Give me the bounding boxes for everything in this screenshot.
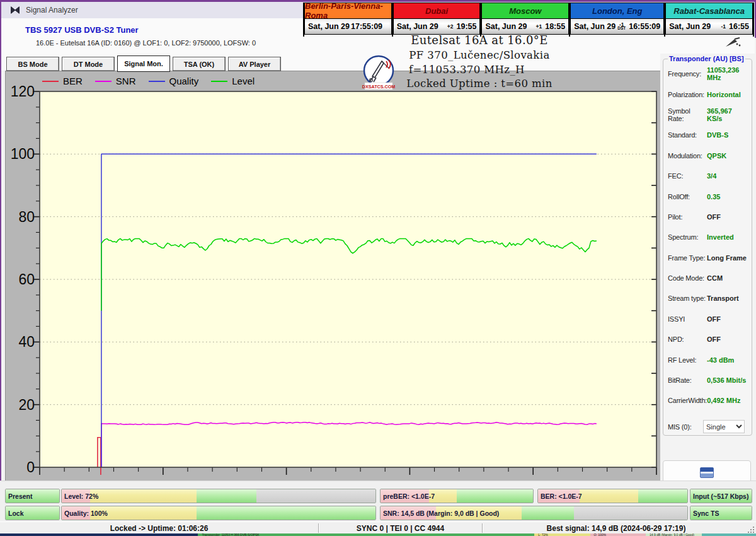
window-title: Signal Analyzer [26, 6, 78, 15]
resize-grip[interactable] [747, 526, 755, 533]
background-window-fragment [0, 533, 198, 536]
status-indicator-bar: Level: 72% [61, 489, 376, 503]
status-indicator-bar: Lock [5, 506, 60, 520]
clock-cell: Rabat-Casablanca Sat, Jun 29 -1 16:55 [664, 3, 754, 37]
clock-time-row: Sat, Jun 29 +2 19:55 [393, 19, 481, 35]
transponder-row-label: Symbol Rate: [668, 107, 707, 122]
clock-time: 17:55:09 [351, 22, 382, 31]
clock-utc-offset: -1DST [616, 23, 627, 30]
window-border-left [0, 0, 1, 533]
transponder-row: CarrierWidth: 0,492 MHz [668, 390, 747, 411]
transponder-row-label: Spectrum: [668, 233, 707, 241]
bar-segment-green [457, 489, 533, 503]
clock-time-row: Sat, Jun 29 +1 18:55 [481, 19, 569, 35]
background-window-fragment [702, 533, 756, 536]
transponder-row-value: Inverted [707, 233, 734, 241]
clock-time: 16:55 [729, 22, 749, 31]
clock-date: Sat, Jun 29 [308, 22, 350, 31]
transponder-row-value: 11053,236 MHz [707, 66, 747, 81]
transponder-row-value: -43 dBm [707, 356, 734, 364]
transponder-row: RF Level: -43 dBm [668, 349, 747, 370]
tab-av-player[interactable]: AV Player [228, 57, 281, 71]
statusbar-best-signal: Best signal: 14,9 dB (2024-06-29 17:19) [483, 522, 750, 534]
clock-city-label: Rabat-Casablanca [665, 3, 753, 19]
transponder-row-label: Frequency: [668, 70, 707, 78]
clock-city-label: Dubai [393, 3, 481, 19]
transponder-row-value: OFF [707, 335, 721, 343]
tuner-lnb-settings: 16.0E - Eutelsat 16A (ID: 0160) @ LOF1: … [36, 39, 256, 47]
status-indicator-label: Quality: 100% [64, 506, 108, 520]
status-indicator-bar: Input (~517 Kbps) [690, 489, 752, 503]
clock-date: Sat, Jun 29 [485, 22, 527, 31]
tab-dt-mode[interactable]: DT Mode [62, 57, 115, 71]
transponder-row-label: BitRate: [668, 376, 707, 384]
clock-date: Sat, Jun 29 [574, 22, 616, 31]
legend-line-swatch [95, 81, 112, 82]
tab-signal-mon-[interactable]: Signal Mon. [117, 55, 170, 72]
legend-label: Level [232, 76, 255, 86]
status-indicator-label: Level: 72% [64, 489, 98, 503]
bar-segment-yellow [90, 489, 197, 503]
transponder-row: Symbol Rate: 365,967 KS/s [668, 105, 747, 125]
mis-row: MIS (0): Single [668, 416, 747, 438]
transponder-panel: Transponder (AU) [BS] Frequency: 11053,2… [660, 54, 755, 536]
statusbar-uptime: Locked -> Uptime: 01:06:26 [0, 522, 318, 534]
transponder-row-label: Standard: [668, 131, 707, 139]
transponder-row: Modulation: QPSK [668, 146, 747, 166]
transponder-row: BitRate: 0,536 Mbit/s [668, 370, 747, 390]
transponder-row-label: Modulation: [668, 152, 707, 160]
bar-segment-yellow [580, 489, 638, 503]
clock-cell: Berlin-Paris-Vienna-Roma Sat, Jun 29 17:… [303, 3, 392, 37]
status-indicator-label: SNR: 14,5 dB (Margin: 9,0 dB | Good) [383, 506, 499, 520]
transponder-row: Polarization: Horizontal [668, 84, 747, 104]
transponder-row-label: RollOff: [668, 193, 707, 201]
bar-segment-green [522, 506, 574, 520]
statusbar-sync-counters: SYNC 0 | TEI 0 | CC 4944 [319, 522, 482, 534]
legend-line-swatch [149, 81, 165, 82]
clock-date: Sat, Jun 29 [669, 22, 711, 31]
transponder-row-label: CarrierWidth: [668, 397, 707, 404]
status-indicator-bar: preBER: <1.0E-7 [380, 489, 534, 503]
legend-item: SNR [95, 76, 136, 86]
background-window-strip: Transponder: 11053 H 366 DVB-S/QPSKL: 72… [0, 533, 756, 536]
background-window-fragment: Transponder: 11053 H 366 DVB-S/QPSK [198, 533, 534, 536]
tuner-name: TBS 5927 USB DVB-S2 Tuner [25, 25, 139, 35]
signal-analyzer-window: Signal Analyzer Berlin-Paris-Vienna-Roma… [0, 0, 756, 536]
transponder-row: Frame Type: Long Frame [668, 248, 747, 268]
transponder-row: ISSYI OFF [668, 309, 747, 329]
bar-segment-gray [574, 506, 687, 520]
signal-chart-panel: BER SNR Quality Level 020406080100120 [5, 71, 662, 482]
status-indicator-bar: BER: <1.0E-7 [537, 489, 688, 503]
save-icon [700, 467, 714, 478]
legend-label: BER [63, 76, 83, 86]
status-indicator-bar: Present [5, 489, 60, 503]
transponder-row-label: RF Level: [668, 356, 707, 364]
transponder-row-value: Horizontal [707, 91, 741, 98]
background-window-fragment: Q: 100% [590, 533, 646, 536]
transponder-row: RollOff: 0.35 [668, 186, 747, 206]
clock-time: 18:55 [545, 22, 565, 31]
legend-line-swatch [211, 81, 227, 82]
transponder-row-value: 3/4 [707, 172, 716, 180]
legend-item: BER [42, 76, 83, 86]
tab-bs-mode[interactable]: BS Mode [6, 57, 59, 71]
mis-select[interactable]: Single [703, 420, 745, 433]
clock-city-label: London, Eng [570, 3, 664, 19]
world-clocks-panel: Berlin-Paris-Vienna-Roma Sat, Jun 29 17:… [303, 3, 754, 37]
chart-legend: BER SNR Quality Level [42, 76, 267, 86]
transponder-row-label: Pilot: [668, 213, 707, 221]
transponder-row-value: Transport [707, 294, 739, 302]
transponder-row-label: Code Mode: [668, 274, 707, 282]
transponder-row: Stream type: Transport [668, 288, 747, 308]
background-window-fragment: L: 72% [534, 533, 590, 536]
dxsatcs-logo: DXSATCS.COM [361, 55, 396, 91]
bar-segment-green [638, 489, 687, 503]
status-indicator-bar: Sync TS [690, 506, 752, 520]
tab-tsa-ok-[interactable]: TSA (OK) [173, 57, 226, 71]
clock-time: 19:55 [456, 22, 476, 31]
legend-label: Quality [169, 76, 199, 86]
clock-cell: London, Eng Sat, Jun 29 -1DST 16:55:09 [569, 3, 664, 37]
mis-label: MIS (0): [668, 423, 698, 431]
status-indicator-label: Sync TS [693, 506, 719, 520]
clock-utc-offset: -1 [719, 25, 728, 28]
